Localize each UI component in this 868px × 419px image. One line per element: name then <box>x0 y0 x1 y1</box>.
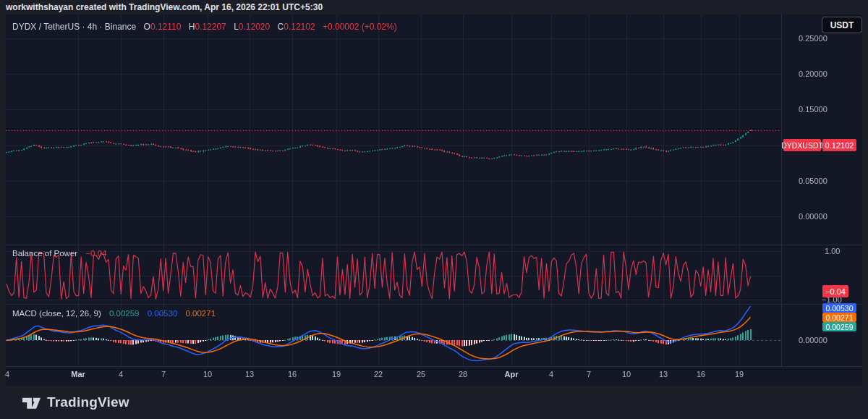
symbol-title: DYDX / TetherUS · 4h · Binance <box>12 22 136 32</box>
price-change: +0.00002 (+0.02%) <box>323 22 397 32</box>
time-tick-label: 28 <box>459 370 467 378</box>
price-tick-label: 0.10000 <box>799 140 827 151</box>
ohlc-high: H0.12207 <box>189 22 226 32</box>
price-tick-label: 0.15000 <box>799 104 827 114</box>
price-chart-canvas[interactable] <box>6 14 862 386</box>
bop-tick-label: −1.00 <box>822 295 842 305</box>
bop-legend[interactable]: Balance of Power −0.04 <box>12 249 106 258</box>
ohlc-low: L0.12020 <box>234 22 270 32</box>
price-tick-label: 0.00000 <box>799 211 827 221</box>
tradingview-logo-icon <box>22 393 41 412</box>
time-tick-label: Mar <box>71 370 85 378</box>
symbol-legend[interactable]: DYDX / TetherUS · 4h · Binance O0.12110 … <box>12 22 397 32</box>
tradingview-logo[interactable]: TradingView <box>22 393 129 412</box>
time-tick-label: 4 <box>119 370 123 378</box>
time-tick-label: 7 <box>161 370 166 378</box>
macd-legend[interactable]: MACD (close, 12, 26, 9) 0.00259 0.00530 … <box>12 309 216 318</box>
time-tick-label: 13 <box>245 370 254 378</box>
tradingview-chart-page: workwithshayan created with TradingView.… <box>0 0 868 419</box>
time-tick-label: 22 <box>374 370 383 378</box>
bop-label: Balance of Power <box>12 249 77 258</box>
currency-toggle-button[interactable]: USDT <box>822 17 862 33</box>
footer-bar: TradingView <box>0 386 868 419</box>
macd-line-value: 0.00530 <box>148 309 178 318</box>
attribution-text: workwithshayan created with TradingView.… <box>6 0 323 14</box>
chart-widget: DYDX / TetherUS · 4h · Binance O0.12110 … <box>6 14 862 386</box>
macd-signal-value: 0.00271 <box>185 309 216 318</box>
ohlc-open: O0.12110 <box>144 22 182 32</box>
time-tick-label: 4 <box>5 370 9 378</box>
time-tick-label: 16 <box>288 370 297 378</box>
bop-tick-label: 1.00 <box>825 246 840 256</box>
macd-zero-label: 0.00000 <box>799 335 827 345</box>
macd-hist-value: 0.00259 <box>109 309 140 318</box>
time-tick-label: 19 <box>735 370 744 378</box>
time-tick-label: 7 <box>587 370 591 378</box>
price-tick-label: 0.20000 <box>799 69 827 79</box>
time-tick-label: 19 <box>332 370 341 378</box>
time-tick-label: 13 <box>659 370 668 378</box>
price-scale[interactable]: 0.250000.200000.150000.100000.050000.000… <box>781 14 862 366</box>
time-tick-label: Apr <box>505 370 519 378</box>
time-tick-label: 25 <box>417 370 425 378</box>
tradingview-wordmark: TradingView <box>47 394 129 410</box>
bop-value: −0.04 <box>85 249 106 258</box>
time-tick-label: 16 <box>697 370 705 378</box>
time-axis[interactable]: 4Mar4710131619222528Apr4710131619 <box>6 366 781 386</box>
time-tick-label: 10 <box>622 370 631 378</box>
macd-label: MACD (close, 12, 26, 9) <box>12 309 101 318</box>
price-tick-label: 0.05000 <box>799 176 827 186</box>
time-tick-label: 4 <box>549 370 553 378</box>
time-tick-label: 10 <box>203 370 212 378</box>
price-tick-label: 0.25000 <box>799 33 827 43</box>
ohlc-close: C0.12102 <box>278 22 315 32</box>
